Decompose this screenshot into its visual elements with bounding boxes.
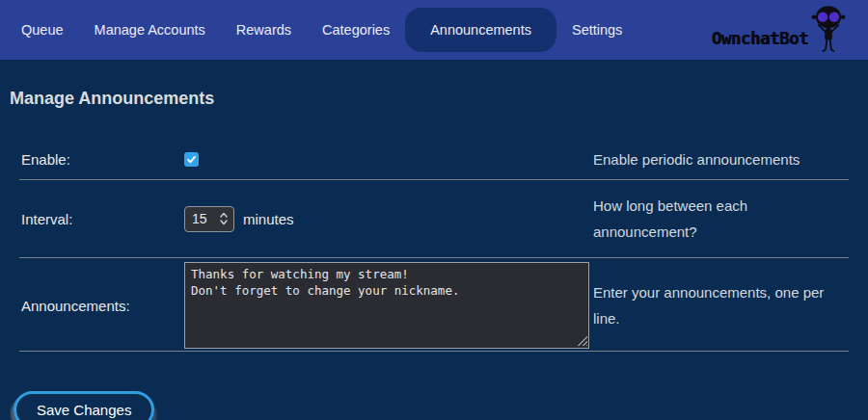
announcements-textarea-wrap: Thanks for watching my stream! Don't for… — [184, 262, 589, 349]
nav-item-announcements[interactable]: Announcements — [405, 8, 556, 52]
enable-checkbox[interactable] — [184, 152, 199, 167]
robot-mascot-icon — [802, 2, 854, 60]
nav-item-settings[interactable]: Settings — [556, 13, 637, 47]
announcements-label: Announcements: — [19, 298, 184, 314]
app-logo: OwnchatBot — [712, 0, 854, 60]
interval-input[interactable]: 15 — [184, 206, 234, 232]
logo-text: OwnchatBot — [712, 29, 808, 48]
announcements-help-text: Enter your announcements, one per line. — [593, 279, 849, 331]
form-row-announcements: Announcements: Thanks for watching my st… — [19, 258, 849, 352]
nav-item-categories[interactable]: Categories — [307, 13, 405, 47]
stepper-down-icon[interactable] — [219, 219, 229, 226]
top-navbar: Queue Manage Accounts Rewards Categories… — [0, 0, 868, 60]
enable-label: Enable: — [19, 151, 184, 168]
save-changes-button[interactable]: Save Changes — [14, 391, 154, 420]
interval-unit-label: minutes — [243, 211, 294, 227]
interval-label: Interval: — [19, 211, 184, 227]
nav-item-rewards[interactable]: Rewards — [221, 13, 307, 47]
form-row-interval: Interval: 15 minutes How long between ea… — [19, 180, 849, 258]
announcements-textarea[interactable]: Thanks for watching my stream! Don't for… — [184, 262, 589, 349]
check-icon — [186, 154, 197, 165]
stepper-up-icon[interactable] — [219, 211, 229, 219]
interval-help-text: How long between each announcement? — [593, 193, 849, 245]
interval-value: 15 — [192, 211, 219, 226]
page-title: Manage Announcements — [10, 88, 868, 109]
enable-help-text: Enable periodic announcements — [593, 146, 849, 172]
interval-stepper[interactable] — [219, 211, 229, 226]
announcements-form: Enable: Enable periodic announcements In… — [19, 142, 849, 352]
form-row-enable: Enable: Enable periodic announcements — [19, 142, 849, 180]
nav-item-manage-accounts[interactable]: Manage Accounts — [79, 13, 221, 47]
nav-item-queue[interactable]: Queue — [6, 13, 79, 47]
